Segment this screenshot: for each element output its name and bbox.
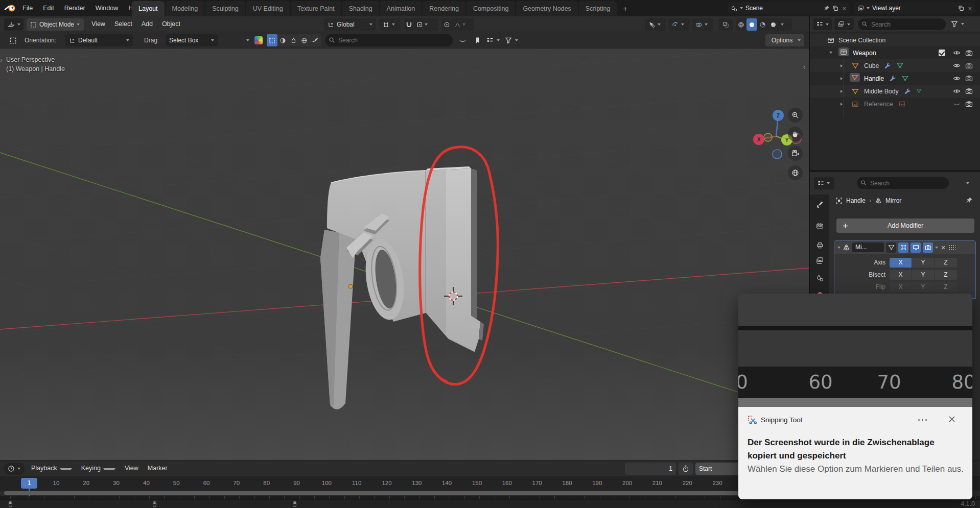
- tab-uv-editing[interactable]: UV Editing: [246, 1, 290, 16]
- pan-hand-button[interactable]: [788, 127, 803, 141]
- proportional-edit-toggle[interactable]: [441, 18, 452, 31]
- object-origin-dot[interactable]: [348, 284, 353, 288]
- mouse-l-icon[interactable]: [7, 501, 14, 507]
- axis-x-button[interactable]: X: [890, 258, 912, 268]
- timeline-menu-playback[interactable]: Playback: [27, 461, 77, 476]
- globe-tool-icon[interactable]: [299, 34, 310, 46]
- proportional-falloff-selector[interactable]: [452, 18, 468, 31]
- toggle-on-cage[interactable]: [886, 243, 896, 253]
- tab-output[interactable]: [810, 236, 829, 254]
- outliner-row-weapon[interactable]: Weapon: [810, 46, 980, 59]
- view-layer-selector[interactable]: ViewLayer ×: [854, 2, 975, 14]
- add-workspace-button[interactable]: +: [618, 1, 633, 16]
- new-view-layer-icon[interactable]: [958, 5, 964, 11]
- tab-scene[interactable]: [810, 269, 829, 286]
- outliner-row-scene-collection[interactable]: Scene Collection: [810, 34, 980, 46]
- properties-search-input[interactable]: [857, 177, 949, 189]
- timeline-menu-view[interactable]: View: [120, 461, 143, 476]
- timeline-editor-type-button[interactable]: [4, 463, 25, 475]
- scene-selector[interactable]: Scene ×: [728, 2, 849, 14]
- outliner-display-mode-button[interactable]: [834, 18, 854, 30]
- view-layer-name[interactable]: ViewLayer: [872, 5, 955, 12]
- eye-closed-icon[interactable]: [953, 100, 961, 108]
- outliner-filter-icon[interactable]: [951, 20, 958, 28]
- droplet-tool-icon[interactable]: [288, 34, 299, 46]
- tab-geometry-nodes[interactable]: Geometry Nodes: [516, 1, 577, 16]
- eye-icon[interactable]: [953, 75, 961, 82]
- ortho-perspective-button[interactable]: [788, 165, 803, 180]
- shading-options-chevron[interactable]: [779, 18, 786, 31]
- bookmark-icon[interactable]: [474, 37, 481, 44]
- toggle-realtime[interactable]: [911, 243, 921, 253]
- notification-close-button[interactable]: [946, 413, 958, 425]
- tab-scripting[interactable]: Scripting: [579, 1, 617, 16]
- eye-closed-icon[interactable]: [459, 37, 466, 44]
- snipping-tool-notification[interactable]: 0607080 Snipping Tool Der Screenshot wur…: [738, 294, 972, 499]
- camera-icon[interactable]: [965, 100, 973, 108]
- camera-icon[interactable]: [965, 75, 973, 82]
- editor-type-button[interactable]: [4, 18, 24, 31]
- pin-icon[interactable]: [966, 197, 973, 204]
- tab-shading[interactable]: Shading: [342, 1, 379, 16]
- auto-key-stopwatch-button[interactable]: [679, 463, 693, 475]
- viewport-3d[interactable]: User Perspective (1) Weapon | Handle › ‹…: [0, 49, 809, 460]
- breadcrumb-object[interactable]: Handle: [846, 197, 866, 204]
- properties-toggle-arrow[interactable]: ‹: [803, 63, 806, 71]
- notification-body[interactable]: Snipping Tool Der Screenshot wurde in di…: [738, 407, 972, 499]
- bisect-x-button[interactable]: X: [890, 270, 912, 280]
- blender-logo[interactable]: [4, 3, 16, 13]
- tab-layout[interactable]: Layout: [132, 1, 165, 16]
- drag-grip-icon[interactable]: [948, 245, 955, 251]
- expand-chevron-icon[interactable]: [837, 247, 841, 249]
- tab-render[interactable]: [810, 217, 829, 234]
- checkbox-icon[interactable]: [939, 50, 945, 56]
- eye-icon[interactable]: [953, 62, 961, 69]
- shading-material-button[interactable]: [757, 18, 768, 31]
- chevron-down-icon[interactable]: [246, 39, 249, 41]
- brush-tool-icon[interactable]: [310, 34, 320, 46]
- zoom-button[interactable]: [788, 108, 803, 123]
- bisect-y-button[interactable]: Y: [912, 270, 935, 280]
- bisect-z-button[interactable]: Z: [935, 270, 957, 280]
- overlays-toggle[interactable]: [692, 18, 713, 31]
- axis-z-button[interactable]: Z: [935, 258, 957, 268]
- pin-icon[interactable]: [824, 5, 830, 11]
- outliner-editor-type-button[interactable]: [813, 18, 832, 30]
- drag-dropdown[interactable]: Select Box: [166, 34, 218, 46]
- add-modifier-button[interactable]: Add Modifier: [836, 219, 974, 233]
- viewport-menu-object[interactable]: Object: [157, 16, 185, 32]
- viewport-canvas[interactable]: [0, 49, 809, 460]
- camera-icon[interactable]: [965, 62, 973, 69]
- filter-funnel-icon[interactable]: [505, 37, 512, 44]
- shading-solid-button[interactable]: [746, 18, 757, 31]
- mouse-m-icon[interactable]: [151, 501, 158, 507]
- camera-view-button[interactable]: [788, 146, 803, 161]
- eye-icon[interactable]: [953, 49, 961, 57]
- timeline-menu-keying[interactable]: Keying: [77, 461, 120, 476]
- tab-tool[interactable]: [810, 196, 829, 213]
- breadcrumb-modifier[interactable]: Mirror: [885, 197, 901, 204]
- new-scene-icon[interactable]: [832, 5, 838, 11]
- scene-name[interactable]: Scene: [745, 5, 821, 12]
- tab-texture-paint[interactable]: Texture Paint: [291, 1, 341, 16]
- outliner-row-reference[interactable]: Reference: [810, 98, 980, 110]
- outliner-row-middle-body[interactable]: Middle Body: [810, 85, 980, 98]
- screenshot-preview[interactable]: 0607080: [738, 294, 972, 407]
- tab-compositing[interactable]: Compositing: [466, 1, 515, 16]
- mouse-r-icon[interactable]: [291, 501, 298, 507]
- transform-orientation-selector[interactable]: Global: [324, 18, 376, 31]
- sidebar-toggle-arrow[interactable]: ›: [0, 56, 3, 64]
- current-frame-badge[interactable]: 1: [21, 478, 37, 489]
- chevron-down-icon[interactable]: [966, 182, 969, 184]
- gun-model[interactable]: [320, 166, 484, 409]
- viewport-menu-view[interactable]: View: [87, 16, 110, 32]
- timeline-scrollbar[interactable]: [4, 491, 738, 495]
- eye-icon[interactable]: [953, 87, 961, 95]
- tab-sculpting[interactable]: Sculpting: [205, 1, 245, 16]
- chevron-down-icon[interactable]: [961, 23, 964, 25]
- chevron-down-icon[interactable]: [515, 39, 518, 41]
- shading-rendered-button[interactable]: [768, 18, 779, 31]
- menu-edit[interactable]: Edit: [38, 0, 59, 16]
- options-button[interactable]: Options: [765, 34, 804, 46]
- close-modifier-icon[interactable]: ×: [940, 244, 946, 252]
